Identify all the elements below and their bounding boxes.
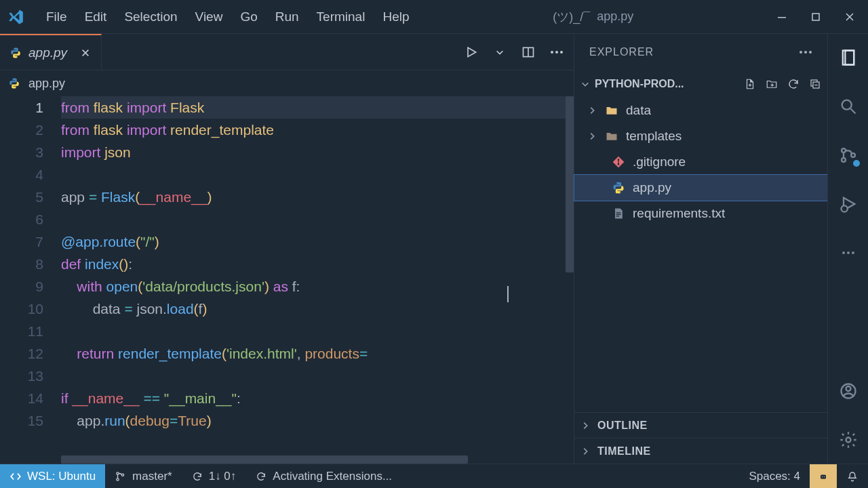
more-actions-icon[interactable] — [549, 45, 564, 60]
tree-item-app-py[interactable]: app.py — [574, 175, 827, 201]
chevron-right-icon — [587, 106, 597, 115]
svg-rect-20 — [616, 212, 621, 213]
split-editor-icon[interactable] — [521, 45, 536, 60]
code-editor[interactable]: 123456789101112131415 from flask import … — [0, 96, 574, 464]
svg-point-37 — [117, 472, 119, 474]
menu-file[interactable]: File — [43, 7, 70, 27]
svg-point-27 — [842, 148, 846, 152]
new-folder-icon[interactable] — [765, 77, 778, 91]
timeline-panel-header[interactable]: TIMELINE — [574, 438, 827, 464]
tree-item--gitignore[interactable]: .gitignore — [574, 149, 827, 175]
svg-point-36 — [846, 438, 850, 443]
minimize-button[interactable] — [774, 9, 789, 24]
tree-item-label: requirements.txt — [633, 206, 725, 221]
sync-status[interactable]: 1↓ 0↑ — [182, 464, 246, 488]
editor-pane: app.py app.py 123456789101112131415 from… — [0, 34, 574, 464]
activating-extensions[interactable]: Activating Extensions... — [245, 464, 401, 488]
folder-gray-icon — [604, 129, 619, 144]
tree-item-label: templates — [626, 129, 682, 144]
git-icon — [611, 155, 626, 169]
run-debug-activity-icon[interactable] — [837, 192, 860, 216]
close-button[interactable] — [842, 9, 857, 24]
tree-item-label: data — [626, 103, 651, 118]
notifications-icon[interactable] — [837, 464, 868, 488]
new-file-icon[interactable] — [743, 77, 757, 91]
breadcrumb-label: app.py — [28, 77, 65, 91]
spaces-indicator[interactable]: Spaces: 4 — [739, 464, 810, 488]
source-control-activity-icon[interactable] — [837, 144, 860, 167]
svg-point-41 — [822, 476, 823, 477]
statusbar: WSL: Ubuntu master* 1↓ 0↑ Activating Ext… — [0, 464, 868, 488]
breadcrumb[interactable]: app.py — [0, 70, 574, 96]
vscode-logo-icon — [7, 8, 24, 26]
account-activity-icon[interactable] — [837, 380, 860, 403]
search-activity-icon[interactable] — [837, 95, 860, 118]
horizontal-scrollbar[interactable] — [61, 455, 468, 464]
tree-item-label: .gitignore — [633, 155, 686, 169]
git-branch[interactable]: master* — [105, 464, 182, 488]
svg-point-8 — [804, 51, 807, 54]
run-dropdown-icon[interactable] — [492, 45, 507, 60]
refresh-icon[interactable] — [787, 77, 800, 91]
outline-panel-header[interactable]: OUTLINE — [574, 412, 827, 438]
maximize-button[interactable] — [808, 9, 823, 24]
run-button[interactable] — [464, 45, 479, 60]
tree-item-label: app.py — [633, 180, 671, 195]
file-tree: datatemplates.gitignoreapp.pyrequirement… — [574, 98, 827, 226]
menu-run[interactable]: Run — [273, 7, 302, 27]
svg-rect-22 — [616, 216, 619, 216]
svg-point-5 — [555, 51, 558, 54]
tabs-row: app.py — [0, 34, 574, 70]
vertical-scrollbar[interactable] — [566, 96, 574, 272]
tree-item-templates[interactable]: templates — [574, 123, 827, 149]
explorer-more-icon[interactable] — [799, 50, 812, 54]
python-icon — [611, 180, 626, 195]
tab-close-icon[interactable] — [79, 47, 92, 59]
svg-rect-1 — [812, 14, 819, 20]
svg-rect-0 — [778, 17, 786, 18]
menu-edit[interactable]: Edit — [82, 7, 110, 27]
tree-item-requirements-txt[interactable]: requirements.txt — [574, 201, 827, 226]
python-icon — [9, 47, 22, 59]
chevron-down-icon — [580, 79, 591, 89]
project-section-header[interactable]: PYTHON-PROD... — [574, 70, 827, 98]
tab-label: app.py — [28, 45, 67, 60]
settings-activity-icon[interactable] — [837, 428, 860, 451]
svg-point-4 — [551, 51, 553, 54]
tab-app-py[interactable]: app.py — [0, 34, 102, 70]
line-gutter: 123456789101112131415 — [0, 96, 61, 464]
svg-point-30 — [841, 205, 847, 211]
python-icon — [8, 77, 20, 89]
titlebar: File Edit Selection View Go Run Terminal… — [0, 0, 868, 34]
svg-point-9 — [809, 51, 812, 54]
menu-view[interactable]: View — [193, 7, 226, 27]
svg-point-7 — [800, 51, 802, 54]
svg-line-26 — [850, 109, 855, 114]
svg-point-28 — [842, 158, 846, 162]
svg-point-33 — [852, 251, 854, 254]
menu-selection[interactable]: Selection — [121, 7, 180, 27]
text-icon — [611, 206, 626, 221]
menu-terminal[interactable]: Terminal — [314, 7, 368, 27]
remote-indicator[interactable]: WSL: Ubuntu — [0, 464, 105, 488]
project-name: PYTHON-PROD... — [595, 78, 684, 90]
tree-item-data[interactable]: data — [574, 98, 827, 123]
svg-point-6 — [560, 51, 563, 54]
menu-help[interactable]: Help — [380, 7, 412, 27]
chevron-right-icon — [587, 131, 597, 141]
scm-badge — [852, 159, 861, 168]
window-title: (ツ)_/¯ app.py — [553, 9, 633, 25]
extensions-activity-icon[interactable] — [837, 241, 860, 264]
collapse-all-icon[interactable] — [808, 77, 822, 91]
explorer-activity-icon[interactable] — [837, 46, 860, 69]
folder-yellow-icon — [604, 103, 619, 118]
svg-rect-21 — [616, 214, 621, 215]
activity-bar — [827, 34, 868, 464]
svg-rect-40 — [821, 474, 826, 479]
chevron-right-icon — [580, 447, 591, 456]
svg-point-25 — [842, 100, 851, 110]
explorer-sidebar: EXPLORER PYTHON-PROD... datatemplates.gi… — [574, 34, 827, 464]
copilot-indicator[interactable] — [810, 464, 837, 488]
menu-go[interactable]: Go — [237, 7, 260, 27]
svg-point-42 — [824, 476, 825, 477]
